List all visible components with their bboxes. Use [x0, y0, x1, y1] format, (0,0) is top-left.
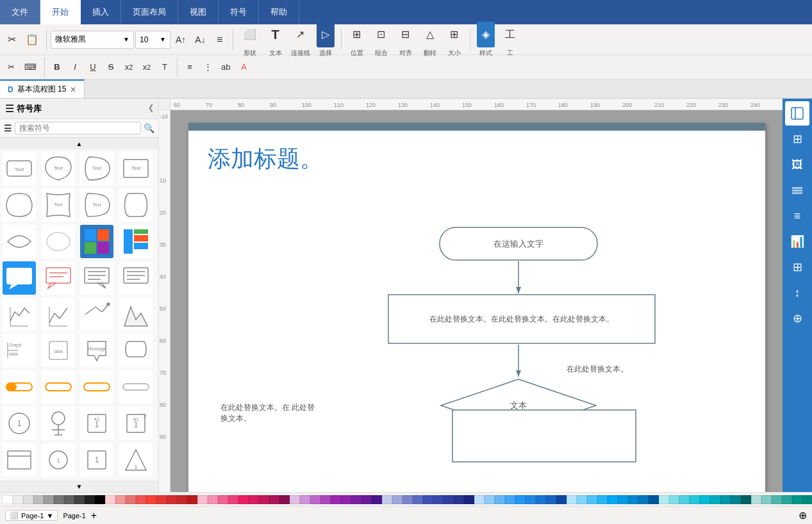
superscript-button[interactable]: x2 [120, 58, 137, 77]
color-swatch[interactable] [13, 495, 23, 504]
underline-button[interactable]: U [85, 58, 101, 77]
color-swatch[interactable] [669, 495, 679, 504]
color-swatch[interactable] [105, 495, 115, 504]
color-swatch[interactable] [269, 495, 279, 504]
color-swatch[interactable] [608, 495, 618, 504]
color-swatch[interactable] [782, 495, 792, 504]
symbol-cell[interactable]: 1 [3, 407, 36, 440]
symbol-cell[interactable]: Text [80, 188, 113, 222]
color-swatch[interactable] [402, 495, 413, 504]
symbol-cell[interactable] [3, 188, 36, 222]
color-swatch[interactable] [279, 495, 290, 504]
color-swatch[interactable] [310, 495, 320, 504]
symbol-cell-highlight[interactable] [80, 225, 113, 258]
color-swatch[interactable] [146, 495, 156, 504]
list-button[interactable]: ≡ [181, 58, 198, 77]
symbol-collapse-button[interactable]: 《 [144, 103, 153, 115]
symbol-cell[interactable] [3, 261, 36, 295]
font-decrease-button[interactable]: A↓ [191, 27, 209, 53]
color-swatch[interactable] [567, 495, 577, 504]
subscript-button[interactable]: x2 [138, 58, 155, 77]
bullet-button[interactable]: ⋮ [199, 58, 216, 77]
right-panel-expand-button[interactable]: ⊕ [785, 306, 809, 331]
color-swatch[interactable] [597, 495, 608, 504]
document-tab[interactable]: D 基本流程图 15 ✕ [0, 79, 85, 98]
color-swatch[interactable] [618, 495, 628, 504]
color-swatch[interactable] [772, 495, 782, 504]
menu-insert[interactable]: 插入 [81, 0, 121, 24]
symbol-cell[interactable]: Graph data [3, 334, 36, 367]
right-panel-grid-button[interactable]: ⊞ [785, 127, 809, 151]
shape-button[interactable]: ⬜ [240, 22, 260, 47]
color-swatch[interactable] [3, 495, 13, 504]
color-swatch[interactable] [177, 495, 187, 504]
color-swatch[interactable] [526, 495, 536, 504]
symbol-cell[interactable] [42, 225, 75, 258]
cut2-button[interactable]: ✂ [3, 58, 19, 77]
page-view-selector[interactable]: ⬜ Page-1 ▼ [5, 510, 58, 521]
symbol-cell[interactable] [119, 225, 153, 258]
color-swatch[interactable] [628, 495, 638, 504]
flip-button[interactable]: △ [421, 22, 439, 47]
shape-rect2[interactable] [451, 409, 637, 463]
color-swatch[interactable] [126, 495, 136, 504]
color-swatch[interactable] [259, 495, 269, 504]
right-panel-layers-button[interactable] [785, 178, 809, 202]
symbol-cell[interactable] [80, 370, 113, 404]
font-color-button[interactable]: A [235, 58, 252, 77]
align-button[interactable]: ≡ [211, 27, 229, 53]
color-swatch[interactable] [95, 495, 105, 504]
color-swatch[interactable] [546, 495, 556, 504]
symbol-cell[interactable]: 1 [119, 443, 153, 477]
symbol-cell[interactable]: Message [80, 334, 113, 367]
symbol-cell[interactable]: 1 [80, 443, 113, 477]
color-swatch[interactable] [331, 495, 341, 504]
right-panel-style-button[interactable] [785, 101, 809, 126]
symbol-cell[interactable]: 1 [42, 443, 75, 477]
color-swatch[interactable] [115, 495, 126, 504]
paste-button[interactable]: 📋 [22, 27, 42, 53]
symbol-cell[interactable] [119, 188, 153, 222]
right-panel-image-button[interactable]: 🖼 [785, 152, 809, 177]
color-swatch[interactable] [238, 495, 249, 504]
symbol-cell[interactable]: 1 A1 [80, 407, 113, 440]
color-swatch[interactable] [433, 495, 443, 504]
tool-button[interactable]: 工 [501, 22, 519, 47]
color-swatch[interactable] [372, 495, 382, 504]
color-swatch[interactable] [23, 495, 33, 504]
color-swatch[interactable] [423, 495, 433, 504]
color-swatch[interactable] [33, 495, 44, 504]
italic-button[interactable]: I [67, 58, 83, 77]
symbol-cell[interactable] [80, 298, 113, 331]
symbol-cell[interactable] [42, 298, 75, 331]
color-swatch[interactable] [638, 495, 649, 504]
size-button[interactable]: ⊞ [445, 22, 463, 47]
color-swatch[interactable] [464, 495, 474, 504]
symbol-cell[interactable]: 1 A1 [119, 407, 153, 440]
color-swatch[interactable] [187, 495, 197, 504]
symbol-cell[interactable]: Text [42, 152, 75, 185]
color-swatch[interactable] [443, 495, 454, 504]
color-swatch[interactable] [761, 495, 772, 504]
font-increase-button[interactable]: A↑ [172, 27, 190, 53]
symbol-scroll-down-button[interactable]: ▼ [0, 480, 158, 492]
select-button[interactable]: ▷ [317, 22, 335, 47]
symbol-cell[interactable]: Text [80, 152, 113, 185]
bold-button[interactable]: B [49, 58, 65, 77]
style-button[interactable]: ◈ [477, 22, 495, 47]
symbol-cell[interactable]: Text [42, 188, 75, 222]
color-swatch[interactable] [413, 495, 423, 504]
color-swatch[interactable] [587, 495, 597, 504]
color-swatch[interactable] [720, 495, 731, 504]
tab-close-button[interactable]: ✕ [70, 85, 76, 94]
font-size-selector[interactable]: 10 ▼ [135, 31, 170, 49]
case-button[interactable]: ab [217, 58, 234, 77]
symbol-cell[interactable]: Text [119, 152, 153, 185]
symbol-cell[interactable] [3, 225, 36, 258]
color-swatch[interactable] [249, 495, 259, 504]
color-swatch[interactable] [556, 495, 567, 504]
color-swatch[interactable] [44, 495, 54, 504]
menu-layout[interactable]: 页面布局 [121, 0, 178, 24]
canvas-scroll[interactable]: 添加标题。 [170, 110, 783, 492]
color-swatch[interactable] [649, 495, 659, 504]
